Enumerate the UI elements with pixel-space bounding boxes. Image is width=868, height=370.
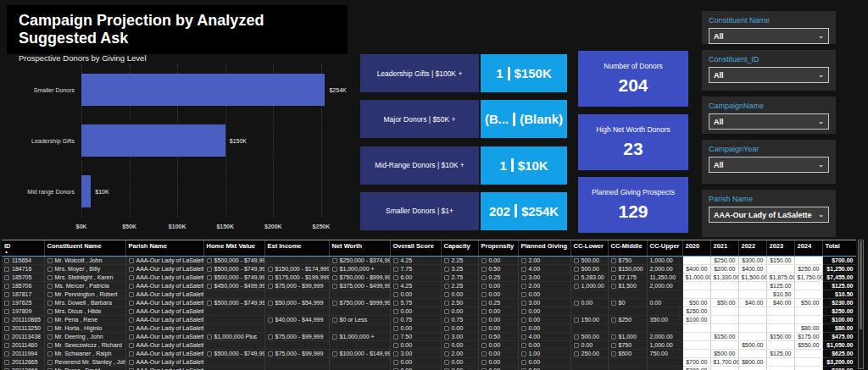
table-cell[interactable]: 7.50	[390, 333, 441, 341]
table-cell[interactable]: 2,000.00	[647, 265, 682, 273]
table-cell[interactable]: 201113438	[2, 333, 44, 341]
table-cell[interactable]: $50.00	[794, 299, 822, 307]
table-cell[interactable]: $300.00	[822, 367, 856, 370]
table-cell[interactable]: 0.00	[478, 341, 518, 350]
table-cell[interactable]	[766, 341, 794, 350]
column-header[interactable]: CC-Lower	[570, 240, 608, 257]
table-cell[interactable]	[608, 307, 647, 316]
table-cell[interactable]: $400.00	[738, 265, 766, 273]
table-cell[interactable]: Mr. Wolcott , John	[44, 257, 125, 265]
table-cell[interactable]: $175.00	[794, 333, 822, 341]
table-row[interactable]: 184716Mrs. Moyer , BillyAAA-Our Lady of …	[2, 265, 856, 273]
table-cell[interactable]: 0.00	[390, 307, 441, 316]
table-cell[interactable]: $1,000,000 +	[329, 333, 390, 341]
table-cell[interactable]	[264, 324, 329, 333]
table-cell[interactable]: 2,000.00	[647, 333, 682, 341]
table-cell[interactable]: 4.00	[518, 265, 570, 273]
table-cell[interactable]	[766, 367, 794, 370]
table-row[interactable]: 201110865Mr. Pena , ReneAAA-Our Lady of …	[2, 316, 856, 324]
table-cell[interactable]: $1,330.00	[710, 273, 738, 282]
table-cell[interactable]: AAA-Our Lady of LaSalette	[125, 316, 203, 324]
table-cell[interactable]: 0.00	[478, 316, 518, 324]
table-cell[interactable]: 4.25	[390, 282, 441, 290]
table-cell[interactable]: Mrs. Dowell , Barbara	[44, 299, 125, 307]
table-cell[interactable]	[203, 316, 264, 324]
column-header[interactable]: ID▲	[2, 240, 44, 257]
table-cell[interactable]	[794, 358, 822, 367]
table-cell[interactable]	[608, 358, 647, 367]
table-cell[interactable]	[329, 358, 390, 367]
table-cell[interactable]: 0.00	[518, 324, 570, 333]
table-cell[interactable]	[738, 324, 766, 333]
table-cell[interactable]: AAA-Our Lady of LaSalette	[125, 273, 203, 282]
table-cell[interactable]	[203, 367, 264, 370]
table-cell[interactable]	[647, 307, 682, 316]
table-cell[interactable]: 3.00	[390, 350, 441, 358]
table-cell[interactable]: $75,000 - $99,999	[264, 350, 329, 358]
table-cell[interactable]: 7.75	[390, 265, 441, 273]
table-cell[interactable]: 0.00	[390, 290, 441, 299]
table-cell[interactable]: $750	[608, 257, 647, 265]
table-cell[interactable]	[738, 290, 766, 299]
table-cell[interactable]	[682, 333, 710, 341]
table-cell[interactable]: 0.00	[441, 358, 478, 367]
table-cell[interactable]: 0.00	[518, 316, 570, 324]
table-cell[interactable]: 0.00	[518, 367, 570, 370]
column-header[interactable]: 2024	[794, 240, 822, 257]
table-cell[interactable]: AAA-Our Lady of LaSalette	[125, 265, 203, 273]
table-cell[interactable]: $150,000	[608, 265, 647, 273]
bar[interactable]	[81, 74, 325, 106]
table-cell[interactable]: 0.00	[518, 358, 570, 367]
table-cell[interactable]: $80.00	[822, 324, 856, 333]
table-cell[interactable]	[794, 316, 822, 324]
column-header[interactable]: 2020	[682, 240, 710, 257]
column-header[interactable]: Total	[822, 240, 856, 257]
table-cell[interactable]: 500.00	[570, 265, 608, 273]
table-cell[interactable]: $500,000 - $749,999	[203, 350, 264, 358]
column-header[interactable]: Constituent Name	[44, 240, 125, 257]
table-cell[interactable]: Ms. Mercer , Patricia	[44, 282, 125, 290]
table-cell[interactable]	[203, 324, 264, 333]
table-row[interactable]: 20111994Mr. Schwaner , RalphAAA-Our Lady…	[2, 350, 856, 358]
table-cell[interactable]	[710, 307, 738, 316]
table-cell[interactable]: AAA-Our Lady of LaSalette	[125, 341, 203, 350]
table-cell[interactable]	[329, 367, 390, 370]
table-cell[interactable]: 250.00	[570, 350, 608, 358]
table-cell[interactable]	[264, 257, 329, 265]
column-header[interactable]: Capacity	[441, 240, 478, 257]
table-cell[interactable]: 0.75	[390, 316, 441, 324]
table-cell[interactable]: $50.00	[710, 299, 738, 307]
table-cell[interactable]	[264, 358, 329, 367]
column-header[interactable]: Overall Score	[390, 240, 441, 257]
constituent-id-select[interactable]: All ⌄	[709, 67, 829, 83]
table-cell[interactable]: $125.00	[766, 350, 794, 358]
table-cell[interactable]: $1,500.00	[738, 273, 766, 282]
table-cell[interactable]: $40.00	[738, 299, 766, 307]
table-cell[interactable]: $125.00	[766, 282, 794, 290]
table-cell[interactable]: AAA-Our Lady of LaSalette	[125, 299, 203, 307]
table-cell[interactable]: $375,000 - $499,999	[329, 282, 390, 290]
table-cell[interactable]	[710, 316, 738, 324]
table-cell[interactable]	[794, 307, 822, 316]
table-cell[interactable]	[682, 257, 710, 265]
table-row[interactable]: 185705Mrs. Steinlight , KarenAAA-Our Lad…	[2, 273, 856, 282]
table-cell[interactable]	[608, 324, 647, 333]
table-cell[interactable]: 0.50	[478, 333, 518, 341]
table-cell[interactable]	[329, 341, 390, 350]
table-cell[interactable]: $500,000 - $749,999	[203, 299, 264, 307]
table-cell[interactable]: $250	[608, 316, 647, 324]
table-cell[interactable]	[710, 324, 738, 333]
table-cell[interactable]	[794, 367, 822, 370]
table-cell[interactable]: $1,000.00	[682, 273, 710, 282]
table-cell[interactable]: 1,000.00	[647, 341, 682, 350]
table-cell[interactable]: $7,175	[608, 273, 647, 282]
table-cell[interactable]: Mr. Pena , Rene	[44, 316, 125, 324]
table-cell[interactable]: $100.00	[822, 316, 856, 324]
table-cell[interactable]: 1.00	[518, 350, 570, 358]
table-cell[interactable]: 0.50	[478, 265, 518, 273]
table-cell[interactable]: $0 or Less	[329, 316, 390, 324]
table-cell[interactable]: 184716	[2, 265, 44, 273]
table-cell[interactable]: 185706	[2, 282, 44, 290]
table-cell[interactable]: $100.00	[682, 316, 710, 324]
table-row[interactable]: 201113250Mr. Horta , HiginioAAA-Our Lady…	[2, 324, 856, 333]
